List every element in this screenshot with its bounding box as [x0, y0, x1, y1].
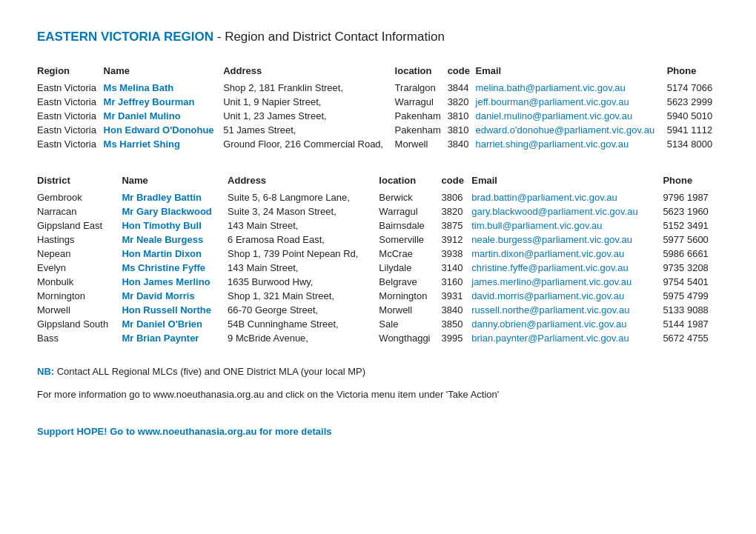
- email-cell[interactable]: russell.northe@parliament.vic.gov.au: [471, 303, 663, 317]
- district-cell: Evelyn: [37, 261, 122, 275]
- email-cell[interactable]: david.morris@parliament.vic.gov.au: [471, 289, 663, 303]
- email-cell[interactable]: melina.bath@parliament.vic.gov.au: [476, 81, 667, 95]
- name-cell: Mr Gary Blackwood: [122, 204, 228, 218]
- email-cell[interactable]: edward.o'donohue@parliament.vic.gov.au: [476, 123, 667, 137]
- location-cell: Pakenham: [395, 123, 448, 137]
- region-cell: Eastn Victoria: [37, 137, 104, 151]
- table-row: Eastn Victoria Hon Edward O'Donohue 51 J…: [37, 123, 719, 137]
- phone-cell: 5134 8000: [667, 137, 719, 151]
- email-cell[interactable]: brad.battin@parliament.vic.gov.au: [471, 190, 663, 204]
- email-cell[interactable]: harriet.shing@parliament.vic.gov.au: [476, 137, 667, 151]
- phone-cell: 5986 6661: [663, 247, 719, 261]
- phone-cell: 5623 1960: [663, 204, 719, 218]
- col-header-code-dist: code: [442, 172, 472, 190]
- col-header-email-dist: Email: [471, 172, 663, 190]
- phone-cell: 5152 3491: [663, 218, 719, 233]
- col-header-email: Email: [476, 62, 667, 81]
- name-cell: Mr Bradley Battin: [122, 190, 228, 204]
- name-cell: Mr Daniel O'Brien: [122, 317, 228, 331]
- email-cell[interactable]: daniel.mulino@parliament.vic.gov.au: [476, 109, 667, 123]
- code-cell: 3850: [442, 317, 472, 331]
- district-cell: Nepean: [37, 247, 122, 261]
- address-cell: 51 James Street,: [223, 123, 394, 137]
- name-cell: Ms Harriet Shing: [104, 137, 224, 151]
- name-cell: Hon Russell Northe: [122, 303, 228, 317]
- name-cell: Ms Melina Bath: [104, 81, 224, 95]
- address-cell: 66-70 George Street,: [228, 303, 379, 317]
- phone-cell: 5977 5600: [663, 233, 719, 247]
- col-header-location: location: [395, 62, 448, 81]
- name-cell: Ms Christine Fyffe: [122, 261, 228, 275]
- email-cell[interactable]: gary.blackwood@parliament.vic.gov.au: [471, 204, 663, 218]
- address-cell: 9 McBride Avenue,: [228, 331, 379, 345]
- table-row: Gembrook Mr Bradley Battin Suite 5, 6-8 …: [37, 190, 719, 204]
- address-cell: Shop 1, 739 Point Nepean Rd,: [228, 247, 379, 261]
- table-row: Eastn Victoria Mr Jeffrey Bourman Unit 1…: [37, 95, 719, 109]
- code-cell: 3875: [442, 218, 472, 233]
- district-cell: Bass: [37, 331, 122, 345]
- address-cell: 1635 Burwood Hwy,: [228, 275, 379, 289]
- col-header-phone-dist: Phone: [663, 172, 719, 190]
- code-cell: 3160: [442, 275, 472, 289]
- location-cell: Bairnsdale: [379, 218, 441, 233]
- email-cell[interactable]: james.merlino@parliament.vic.gov.au: [471, 275, 663, 289]
- code-cell: 3810: [448, 109, 476, 123]
- location-cell: Berwick: [379, 190, 441, 204]
- page-title: EASTERN VICTORIA REGION - Region and Dis…: [37, 30, 719, 44]
- phone-cell: 9735 3208: [663, 261, 719, 275]
- location-cell: Warragul: [379, 204, 441, 218]
- col-header-district: District: [37, 172, 122, 190]
- email-cell[interactable]: danny.obrien@parliament.vic.gov.au: [471, 317, 663, 331]
- table-row: Eastn Victoria Mr Daniel Mulino Unit 1, …: [37, 109, 719, 123]
- code-cell: 3844: [448, 81, 476, 95]
- table-row: Mornington Mr David Morris Shop 1, 321 M…: [37, 289, 719, 303]
- email-cell[interactable]: christine.fyffe@parliament.vic.gov.au: [471, 261, 663, 275]
- location-cell: Wongthaggi: [379, 331, 441, 345]
- col-header-name-dist: Name: [122, 172, 228, 190]
- phone-cell: 5672 4755: [663, 331, 719, 345]
- table-row: Gippsland South Mr Daniel O'Brien 54B Cu…: [37, 317, 719, 331]
- address-cell: 54B Cunninghame Street,: [228, 317, 379, 331]
- email-cell[interactable]: tim.bull@parliament.vic.gov.au: [471, 218, 663, 233]
- address-cell: 143 Main Street,: [228, 261, 379, 275]
- email-cell[interactable]: jeff.bourman@parliament.vic.gov.au: [476, 95, 667, 109]
- code-cell: 3938: [442, 247, 472, 261]
- phone-cell: 5941 1112: [667, 123, 719, 137]
- location-cell: Morwell: [379, 303, 441, 317]
- table-row: Monbulk Hon James Merlino 1635 Burwood H…: [37, 275, 719, 289]
- location-cell: Pakenham: [395, 109, 448, 123]
- code-cell: 3820: [442, 204, 472, 218]
- region-table: Region Name Address location code Email …: [37, 62, 719, 151]
- code-cell: 3806: [442, 190, 472, 204]
- col-header-address: Address: [223, 62, 394, 81]
- phone-cell: 5975 4799: [663, 289, 719, 303]
- address-cell: 143 Main Street,: [228, 218, 379, 233]
- district-cell: Monbulk: [37, 275, 122, 289]
- code-cell: 3840: [448, 137, 476, 151]
- district-cell: Gippsland South: [37, 317, 122, 331]
- name-cell: Mr Daniel Mulino: [104, 109, 224, 123]
- email-cell[interactable]: martin.dixon@parliament.vic.gov.au: [471, 247, 663, 261]
- address-cell: Suite 3, 24 Mason Street,: [228, 204, 379, 218]
- district-cell: Mornington: [37, 289, 122, 303]
- email-cell[interactable]: neale.burgess@parliament.vic.gov.au: [471, 233, 663, 247]
- phone-cell: 5623 2999: [667, 95, 719, 109]
- table-row: Evelyn Ms Christine Fyffe 143 Main Stree…: [37, 261, 719, 275]
- district-table: District Name Address location code Emai…: [37, 172, 719, 345]
- table-row: Eastn Victoria Ms Melina Bath Shop 2, 18…: [37, 81, 719, 95]
- address-cell: Shop 2, 181 Franklin Street,: [223, 81, 394, 95]
- name-cell: Mr Jeffrey Bourman: [104, 95, 224, 109]
- region-cell: Eastn Victoria: [37, 95, 104, 109]
- code-cell: 3140: [442, 261, 472, 275]
- address-cell: 6 Eramosa Road East,: [228, 233, 379, 247]
- code-cell: 3931: [442, 289, 472, 303]
- code-cell: 3840: [442, 303, 472, 317]
- district-cell: Narracan: [37, 204, 122, 218]
- nb-text: Contact ALL Regional MLCs (five) and ONE…: [54, 366, 365, 377]
- email-cell[interactable]: brian.paynter@Parliament.vic.gov.au: [471, 331, 663, 345]
- name-cell: Hon Martin Dixon: [122, 247, 228, 261]
- address-cell: Suite 5, 6-8 Langmore Lane,: [228, 190, 379, 204]
- phone-cell: 5940 5010: [667, 109, 719, 123]
- phone-cell: 9796 1987: [663, 190, 719, 204]
- location-cell: Belgrave: [379, 275, 441, 289]
